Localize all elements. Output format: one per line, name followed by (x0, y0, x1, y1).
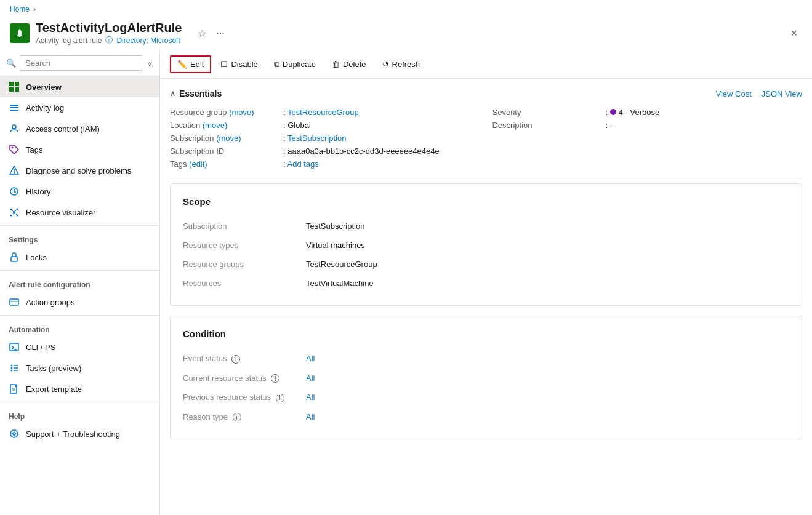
tags-row: Tags (edit) : Add tags (170, 158, 480, 170)
duplicate-icon: ⧉ (274, 60, 279, 70)
search-input[interactable] (20, 55, 142, 71)
scope-resource-groups-row: Resource groups TestResourceGroup (183, 255, 789, 274)
favorite-button[interactable]: ☆ (195, 26, 209, 41)
view-cost-link[interactable]: View Cost (715, 89, 751, 98)
more-options-button[interactable]: ··· (214, 26, 227, 40)
sidebar-item-diagnose[interactable]: Diagnose and solve problems (0, 160, 159, 181)
tags-icon (9, 144, 20, 155)
svg-rect-3 (15, 82, 19, 86)
location-row: Location (move) : Global (170, 119, 480, 132)
svg-rect-8 (10, 110, 18, 111)
scope-resource-types-row: Resource types Virtual machines (183, 236, 789, 255)
delete-icon: 🗑 (332, 60, 340, 69)
automation-section-label: Automation (0, 318, 159, 337)
svg-rect-2 (9, 82, 14, 86)
sidebar-item-activity-log-label: Activity log (26, 103, 64, 113)
previous-resource-status-info-icon: i (276, 394, 284, 402)
action-groups-icon (9, 297, 20, 308)
event-status-info-icon: i (231, 355, 240, 364)
duplicate-button[interactable]: ⧉ Duplicate (267, 56, 323, 73)
severity-label: Severity (492, 108, 603, 117)
sidebar-item-overview[interactable]: Overview (0, 76, 159, 97)
resource-group-row: Resource group (move) : TestResourceGrou… (170, 106, 480, 119)
sidebar-item-resource-visualizer-label: Resource visualizer (26, 208, 95, 217)
sidebar-item-support[interactable]: Support + Troubleshooting (0, 423, 159, 444)
breadcrumb-separator: › (33, 5, 36, 14)
sidebar-item-support-label: Support + Troubleshooting (26, 429, 120, 439)
json-view-link[interactable]: JSON View (762, 89, 802, 98)
svg-line-19 (11, 209, 14, 212)
edit-button[interactable]: ✏️ Edit (170, 55, 211, 73)
page-title: TestActivityLogAlertRule (36, 21, 182, 35)
sidebar-item-history-label: History (26, 187, 50, 196)
scope-resources-value: TestVirtualMachine (306, 279, 374, 288)
previous-resource-status-row: Previous resource status i All (183, 388, 789, 407)
disable-button[interactable]: ☐ Disable (214, 56, 264, 73)
sidebar-item-tasks[interactable]: Tasks (preview) (0, 357, 159, 378)
sidebar-item-activity-log[interactable]: Activity log (0, 97, 159, 118)
location-value: : Global (283, 121, 311, 130)
svg-rect-1 (19, 36, 21, 37)
export-template-icon (9, 383, 20, 394)
scope-subscription-value: TestSubscription (306, 222, 364, 231)
sidebar-item-access-control-label: Access control (IAM) (26, 124, 100, 134)
essentials-title: ∧ Essentials (170, 89, 222, 98)
scope-resource-types-label: Resource types (183, 241, 306, 250)
svg-point-30 (11, 370, 13, 372)
sidebar-item-access-control[interactable]: Access control (IAM) (0, 118, 159, 139)
help-section-label: Help (0, 405, 159, 423)
svg-line-22 (14, 212, 17, 215)
content-area: ✏️ Edit ☐ Disable ⧉ Duplicate 🗑 Delete ↺ (160, 50, 812, 515)
sidebar-item-export-template[interactable]: Export template (0, 378, 159, 399)
essentials-links: View Cost JSON View (715, 89, 802, 98)
severity-row: Severity : 4 - Verbose (492, 106, 803, 119)
reason-type-value: All (306, 412, 315, 421)
subscription-move-link[interactable]: (move) (216, 134, 241, 143)
diagnose-icon (9, 165, 20, 176)
main-layout: 🔍 « Overview Activity log (0, 50, 812, 515)
essentials-header: ∧ Essentials View Cost JSON View (170, 89, 802, 98)
add-tags-link[interactable]: Add tags (287, 159, 319, 169)
svg-rect-6 (10, 105, 18, 106)
overview-icon (9, 81, 20, 92)
description-row: Description : - (492, 119, 803, 132)
subtitle-dir: Directory: Microsoft (116, 36, 180, 45)
sidebar-item-tasks-label: Tasks (preview) (26, 364, 81, 373)
subscription-value: : TestSubscription (283, 134, 346, 143)
close-button[interactable]: × (786, 25, 802, 42)
subscription-id-label: Subscription ID (170, 146, 281, 156)
sidebar-item-action-groups-label: Action groups (26, 298, 75, 307)
location-label: Location (move) (170, 121, 281, 130)
resource-visualizer-icon (9, 207, 20, 218)
resource-group-move-link[interactable]: (move) (229, 108, 254, 117)
svg-point-12 (14, 172, 15, 174)
svg-line-21 (11, 212, 14, 215)
resource-group-link[interactable]: TestResourceGroup (287, 108, 359, 117)
current-resource-status-label: Current resource status i (183, 373, 306, 383)
severity-dot (610, 109, 616, 115)
access-control-icon (9, 123, 20, 134)
sidebar-item-history[interactable]: History (0, 181, 159, 202)
svg-line-20 (14, 209, 17, 212)
sidebar-item-resource-visualizer[interactable]: Resource visualizer (0, 202, 159, 223)
refresh-button[interactable]: ↺ Refresh (376, 56, 427, 73)
collapse-sidebar-button[interactable]: « (146, 57, 153, 70)
sidebar-item-locks[interactable]: Locks (0, 247, 159, 268)
tags-edit-link[interactable]: (edit) (189, 159, 207, 169)
sidebar-item-overview-label: Overview (26, 82, 62, 92)
reason-type-label: Reason type i (183, 412, 306, 422)
subscription-link[interactable]: TestSubscription (287, 134, 346, 143)
location-move-link[interactable]: (move) (203, 121, 227, 130)
toolbar: ✏️ Edit ☐ Disable ⧉ Duplicate 🗑 Delete ↺ (160, 50, 812, 79)
breadcrumb-home[interactable]: Home (10, 5, 30, 14)
search-icon: 🔍 (6, 58, 16, 68)
essentials-title-text: Essentials (179, 89, 222, 98)
current-resource-status-info-icon: i (271, 374, 279, 383)
delete-label: Delete (343, 60, 366, 69)
sidebar-item-action-groups[interactable]: Action groups (0, 292, 159, 313)
sidebar-item-diagnose-label: Diagnose and solve problems (26, 166, 131, 175)
sidebar-item-tags[interactable]: Tags (0, 139, 159, 160)
sidebar-item-cli-ps[interactable]: CLI / PS (0, 337, 159, 357)
info-icon: ⓘ (105, 35, 113, 46)
delete-button[interactable]: 🗑 Delete (325, 56, 373, 73)
